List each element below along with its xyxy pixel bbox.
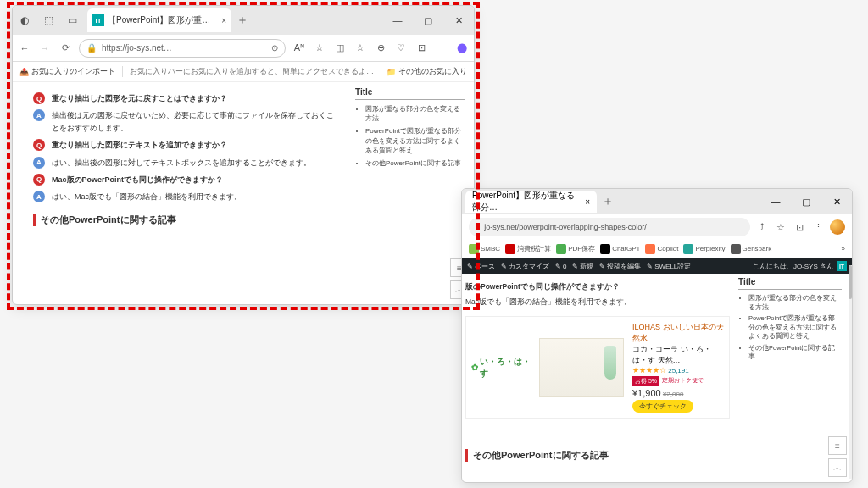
admin-right[interactable]: こんにちは、JO-SYS さん IT	[753, 261, 847, 271]
ad-brand: い・ろ・は・す	[471, 356, 531, 380]
article-main: 版のPowerPointでも同じ操作ができますか？ Mac版でも「図形の結合」機…	[465, 277, 735, 479]
read-aloud-icon[interactable]: Aᴺ	[292, 42, 306, 55]
admin-item[interactable]: ✎ 0	[555, 263, 567, 270]
new-tab-button[interactable]: ＋	[236, 13, 248, 28]
extension-PDF保存[interactable]: PDF保存	[556, 244, 595, 254]
admin-item[interactable]: ✎ 投稿を編集	[599, 263, 641, 270]
extension-SMBC[interactable]: SMBC	[469, 244, 500, 254]
avatar[interactable]	[830, 219, 845, 235]
extension-ChatGPT[interactable]: ChatGPT	[600, 244, 640, 254]
split-icon[interactable]: ◫	[333, 42, 347, 55]
new-tab-button[interactable]: ＋	[602, 194, 614, 209]
extension-Perplexity[interactable]: Perplexity	[683, 244, 725, 254]
minimize-button[interactable]: —	[382, 15, 413, 26]
ad-cta-button[interactable]: 今すぐチェック	[632, 400, 693, 413]
faq-answer: Aはい、抽出後の図形に対してテキストボックスを追加することができます。	[33, 157, 337, 169]
close-button[interactable]: ✕	[821, 197, 852, 208]
scroll-top-button[interactable]: ︿	[828, 458, 847, 477]
bookmark-icon[interactable]: ☆	[774, 220, 787, 234]
window-controls: — ▢ ✕	[382, 15, 474, 26]
tab-close-icon[interactable]: ×	[585, 197, 590, 207]
import-favorites-button[interactable]: 📥 お気に入りのインポート	[19, 66, 115, 77]
faq-answer: Mac版でも「図形の結合」機能を利用できます。	[465, 297, 730, 308]
article-main: Q重なり抽出した図形を元に戻すことはできますか？ A抽出後は元の図形に戻せないた…	[13, 82, 347, 304]
admin-greeting: こんにちは、JO-SYS さん	[753, 262, 833, 271]
import-favorites-label: お気に入りのインポート	[31, 66, 115, 77]
search-icon[interactable]: ⊙	[271, 43, 278, 53]
refresh-icon[interactable]: ⟳	[58, 42, 72, 55]
sidebar-item[interactable]: 図形が重なる部分の色を変える方法	[365, 104, 465, 123]
section-heading: その他PowerPointに関する記事	[33, 214, 337, 226]
collections-icon[interactable]: ⊕	[374, 42, 387, 55]
extension-icon	[731, 244, 741, 254]
lock-icon: 🔒	[86, 43, 97, 53]
maximize-button[interactable]: ▢	[791, 197, 821, 208]
extension-Copilot[interactable]: Copilot	[645, 244, 678, 254]
browser-tab[interactable]: PowerPoint】図形が重なる部分… ×	[465, 191, 597, 213]
ad-info: ILOHAS おいしい日本の天然水 コカ・コーラ い・ろ・は・す 天然… ★★★…	[632, 322, 724, 413]
maximize-button[interactable]: ▢	[413, 15, 443, 26]
admin-badge: IT	[837, 261, 847, 271]
extension-icon	[556, 244, 566, 254]
browser-window-edge: ◐ ⬚ ▭ IT 【PowerPoint】図形が重なる部分の… × ＋ — ▢ …	[12, 5, 475, 305]
ad-badge-discount: お得 5%	[632, 376, 659, 386]
admin-items: ✎ ペース ✎ カスタマイズ ✎ 0 ✎ 新規 ✎ 投稿を編集 ✎ SWELL設…	[467, 262, 691, 271]
address-bar[interactable]: 🔒 https://jo-sys.net… ⊙	[79, 39, 286, 58]
extension-Genspark[interactable]: Genspark	[731, 244, 772, 254]
ad-headline: ILOHAS おいしい日本の天然水	[632, 322, 724, 344]
wp-admin-bar[interactable]: ✎ ペース ✎ カスタマイズ ✎ 0 ✎ 新規 ✎ 投稿を編集 ✎ SWELL設…	[462, 258, 852, 274]
admin-item[interactable]: ✎ カスタマイズ	[501, 263, 549, 270]
faq-answer: A抽出後は元の図形に戻せないため、必要に応じて事前にファイルを保存しておくことを…	[33, 109, 337, 134]
extension-icon	[683, 244, 693, 254]
a-badge: A	[33, 109, 45, 121]
browser-tab[interactable]: IT 【PowerPoint】図形が重なる部分の… ×	[87, 8, 231, 32]
other-favorites-button[interactable]: 📁 その他のお気に入り	[387, 66, 467, 77]
ext-chevron-icon[interactable]: »	[842, 245, 845, 252]
sidebar-item[interactable]: PowerPointで図形が重なる部分の色を変える方法に関するよくある質問と答え	[365, 126, 465, 155]
tab-title: 【PowerPoint】図形が重なる部分の…	[108, 14, 218, 26]
admin-item[interactable]: ✎ ペース	[467, 263, 495, 270]
profile-icon[interactable]: ◐	[13, 14, 36, 26]
faq-answer: Aはい、Mac版でも「図形の結合」機能を利用できます。	[33, 191, 337, 202]
favorites-icon[interactable]: ☆	[353, 42, 367, 55]
sidebar-item[interactable]: その他PowerPointに関する記事	[365, 158, 465, 168]
a-badge: A	[33, 191, 45, 202]
more-icon[interactable]: ⋮	[811, 220, 825, 234]
sidebar-item[interactable]: 図形が重なる部分の色を変える方法	[748, 294, 842, 312]
more-icon[interactable]: ⋯	[435, 42, 448, 55]
faq-question: QMac版のPowerPointでも同じ操作ができますか？	[33, 174, 337, 186]
extensions-icon[interactable]: ⊡	[793, 220, 806, 234]
forward-icon[interactable]: →	[38, 42, 52, 55]
window-controls: — ▢ ✕	[760, 197, 852, 208]
answer-text: はい、抽出後の図形に対してテキストボックスを追加することができます。	[52, 157, 311, 169]
extensions-icon[interactable]: ⊡	[415, 42, 428, 55]
page-content: Q重なり抽出した図形を元に戻すことはできますか？ A抽出後は元の図形に戻せないた…	[13, 82, 474, 304]
sidebar-item[interactable]: PowerPointで図形が重なる部分の色を変える方法に関するよくある質問と答え	[748, 314, 842, 341]
sidebar-item[interactable]: その他PowerPointに関する記事	[748, 344, 842, 362]
admin-item[interactable]: ✎ 新規	[572, 263, 593, 270]
heart-icon[interactable]: ♡	[394, 42, 408, 55]
extension-icon	[600, 244, 610, 254]
question-text: Mac版のPowerPointでも同じ操作ができますか？	[52, 174, 223, 186]
extension-消費税計算[interactable]: 消費税計算	[505, 244, 551, 254]
tabs-icon[interactable]: ▭	[60, 14, 84, 26]
sidebar-title: Title	[738, 277, 842, 290]
back-icon[interactable]: ←	[18, 42, 31, 55]
address-bar[interactable]: ≡ jo-sys.net/powerpoint-overlapping-shap…	[469, 218, 750, 236]
workspaces-icon[interactable]: ⬚	[36, 14, 60, 26]
section-heading: その他PowerPointに関する記事	[465, 449, 730, 462]
url-text: jo-sys.net/powerpoint-overlapping-shapes…	[484, 223, 647, 231]
copilot-icon[interactable]: ⬤	[455, 42, 469, 55]
tab-close-icon[interactable]: ×	[221, 16, 226, 25]
toc-button[interactable]: ≡	[828, 436, 847, 455]
site-info-icon[interactable]: ≡	[476, 223, 480, 231]
close-button[interactable]: ✕	[443, 15, 474, 26]
admin-item[interactable]: ✎ SWELL設定	[647, 263, 691, 270]
minimize-button[interactable]: —	[760, 197, 791, 208]
titlebar: ◐ ⬚ ▭ IT 【PowerPoint】図形が重なる部分の… × ＋ — ▢ …	[13, 6, 474, 35]
ad-card[interactable]: い・ろ・は・す ILOHAS おいしい日本の天然水 コカ・コーラ い・ろ・は・す…	[465, 316, 730, 419]
star-icon[interactable]: ☆	[313, 42, 326, 55]
share-icon[interactable]: ⤴	[755, 220, 769, 234]
scrollbar[interactable]	[849, 265, 852, 479]
other-favorites-label: その他のお気に入り	[398, 66, 467, 77]
